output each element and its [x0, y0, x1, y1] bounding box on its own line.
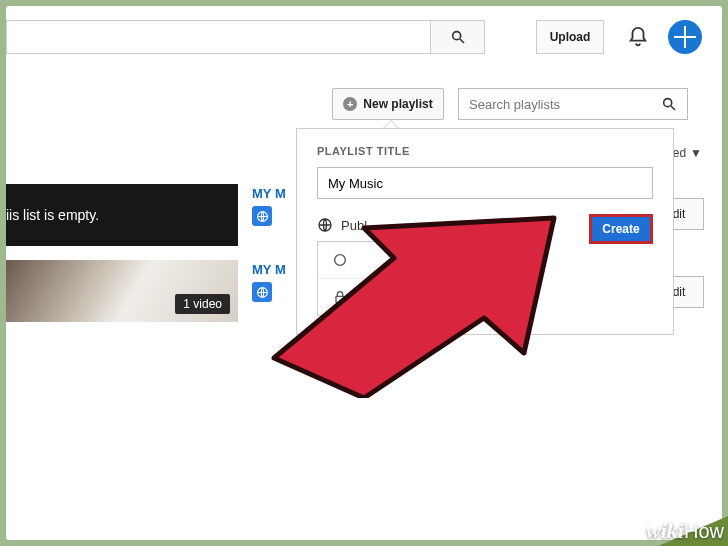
playlist-title[interactable]: MY M — [252, 262, 286, 277]
new-playlist-popover: PLAYLIST TITLE Publ Private Create — [296, 128, 674, 335]
search-input[interactable] — [6, 20, 431, 54]
search-button[interactable] — [431, 20, 485, 54]
lock-icon — [332, 289, 348, 305]
playlist-title[interactable]: MY M — [252, 186, 286, 201]
search-icon — [450, 29, 466, 45]
privacy-option-private[interactable]: Private — [318, 278, 516, 315]
svg-rect-8 — [336, 296, 344, 302]
avatar[interactable] — [668, 20, 702, 54]
privacy-option-unlisted[interactable] — [318, 242, 516, 278]
plus-circle-icon: + — [343, 97, 357, 111]
app-canvas: Upload + New playlist Search playlists a… — [6, 6, 722, 540]
new-playlist-button[interactable]: + New playlist — [332, 88, 444, 120]
wikihow-watermark: wikiHow — [646, 518, 724, 544]
playlist-thumbnail[interactable]: 1 video — [6, 260, 238, 322]
playlist-title-label: PLAYLIST TITLE — [317, 145, 653, 157]
globe-icon — [317, 217, 333, 233]
privacy-dropdown-options: Private — [317, 241, 517, 316]
new-playlist-label: New playlist — [363, 97, 432, 111]
bell-icon — [627, 26, 649, 48]
topbar: Upload — [6, 20, 710, 60]
privacy-public-badge — [252, 282, 272, 302]
avatar-icon — [674, 26, 696, 48]
privacy-public-badge — [252, 206, 272, 226]
video-count-badge: 1 video — [175, 294, 230, 314]
link-icon — [332, 252, 348, 268]
privacy-option-label: Private — [360, 290, 400, 305]
upload-button[interactable]: Upload — [536, 20, 604, 54]
svg-point-2 — [664, 99, 672, 107]
svg-line-1 — [460, 39, 464, 43]
search-playlists-placeholder: Search playlists — [469, 97, 560, 112]
svg-point-7 — [335, 255, 346, 266]
create-button[interactable]: Create — [589, 214, 653, 244]
thumbnail-text: iis list is empty. — [6, 207, 99, 223]
notifications-button[interactable] — [624, 23, 652, 51]
globe-icon — [256, 286, 269, 299]
search-icon — [661, 96, 677, 112]
privacy-selected-label: Publ — [341, 218, 367, 233]
svg-line-3 — [671, 106, 675, 110]
svg-point-0 — [452, 32, 460, 40]
globe-icon — [256, 210, 269, 223]
chevron-down-icon: ▼ — [690, 146, 702, 160]
playlist-title-input[interactable] — [317, 167, 653, 199]
playlist-thumbnail[interactable]: iis list is empty. — [6, 184, 238, 246]
search-playlists-input[interactable]: Search playlists — [458, 88, 688, 120]
